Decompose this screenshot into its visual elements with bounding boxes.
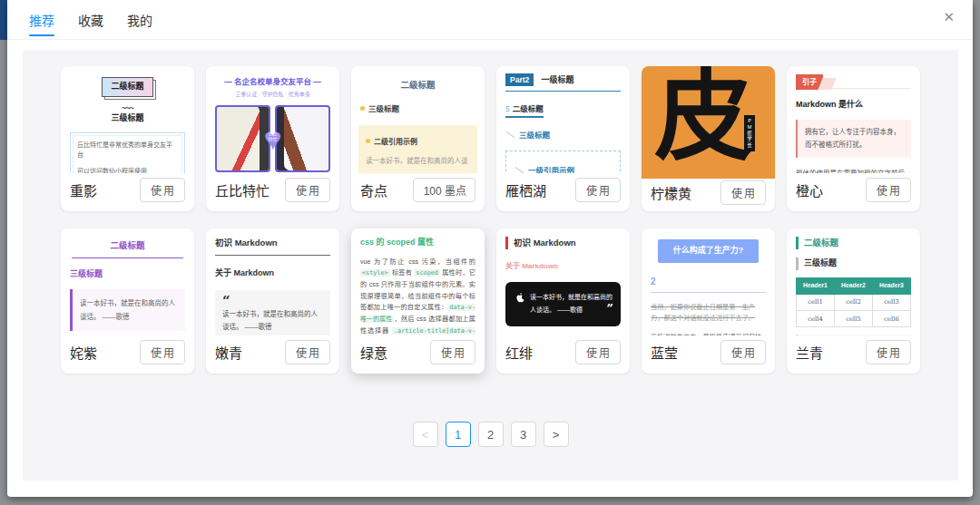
preview-title: css 的 scoped 属性 bbox=[360, 237, 475, 249]
strikethrough-text: 当然，如果你说截止日期是第一生产力，那这个对话就没法进行下去了。 bbox=[651, 302, 766, 325]
theme-list-panel: 二级标题 ~~~ 三级标题 丘比特忙是非常优秀的单身交友平台 可以访问数仙小程序… bbox=[23, 50, 958, 481]
preview-h1: 初识 Markdown bbox=[505, 237, 621, 249]
theme-preview: 什么构成了生产力? 2 当然，如果你说截止日期是第一生产力，那这个对话就没法进行… bbox=[642, 228, 775, 335]
card-footer: 丘比特忙 使用 bbox=[206, 173, 339, 211]
preview-quote-box: 丘比特忙是非常优秀的单身交友平台 可以访问数仙小程序使用 bbox=[70, 132, 185, 173]
theme-card-nenqing[interactable]: 初识 Markdown 关于 Markdown “ 读一本好书，就是在和高尚的人… bbox=[206, 228, 339, 374]
cover-character: 皮 bbox=[654, 66, 752, 170]
preview-quote-box: 一级引用示例 读一本好书，就是在和高尚的人谈话，——歌德 bbox=[505, 151, 621, 173]
tab-recommend[interactable]: 推荐 bbox=[29, 0, 54, 39]
theme-card-lvyi[interactable]: css 的 scoped 属性 vue 为了防止 css 污染，当组件的 <st… bbox=[351, 228, 485, 374]
preview-h3: 三级标题 bbox=[505, 130, 621, 141]
theme-name: 重影 bbox=[70, 180, 97, 199]
use-theme-button[interactable]: 使用 bbox=[720, 180, 766, 205]
table-header-cell: Header1 bbox=[797, 277, 835, 294]
preview-h1-row: Part2 一级标题 bbox=[505, 74, 621, 92]
preview-h2: 关于 Markdown bbox=[505, 261, 621, 272]
use-theme-button[interactable]: 使用 bbox=[575, 340, 621, 364]
body-text: vue 为了防止 css 污染，当组件的 bbox=[360, 257, 475, 266]
bullet-dot-icon bbox=[360, 106, 365, 111]
theme-card-qidian[interactable]: 二级标题 三级标题 二级引用示例 读一本好书，就是在和高尚的人谈 奇点 100 … bbox=[351, 66, 485, 211]
theme-name: 蓝莹 bbox=[651, 343, 678, 362]
theme-name: 丘比特忙 bbox=[215, 180, 270, 199]
theme-card-chazi[interactable]: 二级标题 三级标题 读一本好书，就是在和高尚的人谈话。 ——歌德 粗体的使用是在… bbox=[61, 228, 194, 374]
theme-name: 红绯 bbox=[505, 343, 533, 362]
squiggle-decoration: ~~~ bbox=[70, 105, 185, 111]
preview-h3: 三级标题 bbox=[70, 112, 185, 125]
use-theme-button[interactable]: 使用 bbox=[866, 340, 911, 364]
card-footer: 柠檬黄 使用 bbox=[642, 179, 775, 211]
theme-card-chengxin[interactable]: 引子 Markdown 是什么 拥有它，让人专注于内容本身，而不被格式所打扰。 … bbox=[787, 66, 920, 211]
card-footer: 绿意 使用 bbox=[351, 335, 485, 374]
theme-card-lanying[interactable]: 什么构成了生产力? 2 当然，如果你说截止日期是第一生产力，那这个对话就没法进行… bbox=[642, 228, 775, 374]
theme-market-dialog: 推荐 收藏 我的 ✕ 二级标题 ~~~ 三级标题 丘比特忙是非常优秀的单身交友平… bbox=[7, 0, 973, 497]
preview-h2-text: 二级标题 bbox=[513, 104, 544, 113]
use-theme-button[interactable]: 使用 bbox=[140, 340, 185, 364]
quote-title-text: 二级引用示例 bbox=[374, 138, 417, 146]
preview-h3-text: 三级标题 bbox=[368, 104, 399, 113]
preview-quote: 读一本好书，就是在和高尚的人谈话。 ——歌德 bbox=[70, 289, 185, 331]
card-footer: 姹紫 使用 bbox=[61, 335, 194, 374]
underlying-page-header-sliver bbox=[0, 0, 7, 40]
theme-name: 柠檬黄 bbox=[651, 183, 691, 202]
quote-title: 一级引用示例 bbox=[528, 165, 574, 173]
theme-name: 姹紫 bbox=[70, 343, 97, 362]
use-theme-button[interactable]: 使用 bbox=[575, 178, 621, 202]
preview-line: 丘比特忙是非常优秀的单身交友平台 bbox=[77, 141, 178, 160]
theme-name: 绿意 bbox=[360, 343, 387, 362]
preview-banner-title: — 名企名校单身交友平台 — bbox=[215, 76, 330, 88]
table-cell: cell3 bbox=[873, 294, 911, 310]
theme-name: 奇点 bbox=[360, 180, 387, 199]
theme-name: 嫩青 bbox=[215, 343, 242, 362]
preview-h3-text: 三级标题 bbox=[519, 131, 550, 140]
card-footer: 蓝莹 使用 bbox=[642, 335, 775, 374]
section-number: 2 bbox=[651, 275, 766, 293]
pagination-page-1[interactable]: 1 bbox=[446, 422, 471, 447]
theme-name: 兰青 bbox=[796, 343, 823, 362]
pagination-page-3[interactable]: 3 bbox=[511, 422, 536, 447]
buy-theme-button[interactable]: 100 墨点 bbox=[413, 178, 475, 202]
theme-card-qiubitemang[interactable]: — 名企名校单身交友平台 — 三重认证 · 守护隐私 · 优秀单身 ♥ 丘比 特… bbox=[206, 66, 339, 211]
preview-quote-box: 二级引用示例 读一本好书，就是在和高尚的人谈 bbox=[358, 125, 477, 173]
use-theme-button[interactable]: 使用 bbox=[430, 340, 475, 364]
close-icon[interactable]: ✕ bbox=[943, 10, 955, 24]
slash-decoration bbox=[506, 131, 515, 138]
theme-grid: 二级标题 ~~~ 三级标题 丘比特忙是非常优秀的单身交友平台 可以访问数仙小程序… bbox=[23, 50, 958, 374]
card-footer: 嫩青 使用 bbox=[206, 335, 339, 374]
theme-name: 橙心 bbox=[796, 180, 823, 199]
theme-preview: 引子 Markdown 是什么 拥有它，让人专注于内容本身，而不被格式所打扰。 … bbox=[787, 66, 920, 173]
quote-text: 读一本好书，就是在和高尚的人谈 bbox=[366, 156, 470, 166]
table-header-cell: Header2 bbox=[835, 277, 873, 294]
apple-icon bbox=[514, 291, 525, 306]
theme-card-lanqing[interactable]: 二级标题 三级标题 Header1 Header2 Header3 cell1 … bbox=[787, 228, 920, 374]
theme-card-yanqihu[interactable]: Part2 一级标题 5二级标题 三级标题 一级引用示例 读一本好书，就是在和高… bbox=[496, 66, 630, 211]
pagination-prev-button[interactable]: < bbox=[413, 422, 438, 447]
preview-quote: “ 读一本好书，就是在和高尚的人谈话。 ——歌德 bbox=[215, 290, 330, 335]
theme-card-hongfei[interactable]: 初识 Markdown 关于 Markdown 读一本好书，就是在和高尚的人谈话… bbox=[496, 228, 630, 374]
close-quote-icon: ” bbox=[607, 298, 613, 321]
preview-body: 我所说的生产力，是指能使得我们保持长期高效的工作方式，而我对这个问题的回答也很简… bbox=[651, 332, 766, 335]
preview-h1: 初识 Markdown bbox=[215, 237, 330, 256]
theme-card-zhongying[interactable]: 二级标题 ~~~ 三级标题 丘比特忙是非常优秀的单身交友平台 可以访问数仙小程序… bbox=[61, 66, 194, 211]
use-theme-button[interactable]: 使用 bbox=[285, 340, 330, 364]
body-text: 标签有 bbox=[390, 268, 415, 277]
use-theme-button[interactable]: 使用 bbox=[866, 178, 911, 202]
table-cell: cell5 bbox=[835, 311, 873, 327]
use-theme-button[interactable]: 使用 bbox=[720, 340, 766, 364]
pagination-next-button[interactable]: > bbox=[544, 422, 569, 447]
inline-code: <style> bbox=[360, 269, 390, 277]
preview-table: Header1 Header2 Header3 cell1 cell2 cell… bbox=[796, 277, 911, 328]
theme-card-ningmenghuang[interactable]: 皮 PM熊学长 柠檬黄 使用 bbox=[642, 66, 775, 211]
tab-mine[interactable]: 我的 bbox=[127, 0, 152, 39]
use-theme-button[interactable]: 使用 bbox=[140, 178, 185, 202]
theme-preview: 二级标题 ~~~ 三级标题 丘比特忙是非常优秀的单身交友平台 可以访问数仙小程序… bbox=[61, 66, 194, 173]
pagination-page-2[interactable]: 2 bbox=[478, 422, 504, 447]
preview-tag-row: 引子 bbox=[796, 74, 911, 89]
theme-preview: 二级标题 三级标题 二级引用示例 读一本好书，就是在和高尚的人谈 bbox=[351, 66, 485, 173]
card-footer: 兰青 使用 bbox=[787, 335, 920, 374]
quote-text: 读一本好书，就是在和高尚的人谈话。 ——歌德 bbox=[222, 310, 318, 331]
tab-favorites[interactable]: 收藏 bbox=[78, 0, 103, 39]
use-theme-button[interactable]: 使用 bbox=[285, 178, 330, 202]
preview-body: vue 为了防止 css 污染，当组件的 <style> 标签有 scoped … bbox=[360, 257, 475, 336]
part-tag: Part2 bbox=[505, 73, 534, 86]
